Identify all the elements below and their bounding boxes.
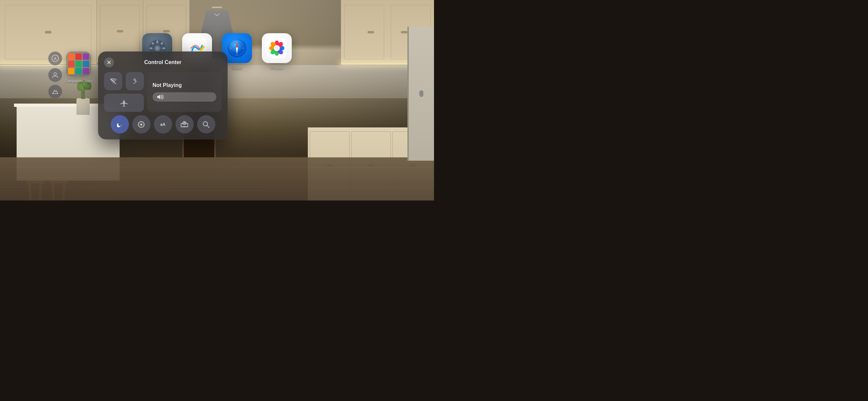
svg-text:A: A bbox=[54, 56, 57, 61]
floor bbox=[0, 157, 434, 201]
svg-point-43 bbox=[140, 124, 142, 126]
not-playing-text: Not Playing bbox=[153, 82, 216, 88]
photos-svg bbox=[267, 38, 287, 58]
svg-point-36 bbox=[54, 73, 57, 75]
mini-app-1 bbox=[68, 54, 74, 60]
control-center-header: Control Center bbox=[104, 58, 222, 67]
search-btn[interactable] bbox=[197, 115, 215, 133]
cc-left-col bbox=[104, 72, 144, 112]
apps-cluster[interactable] bbox=[66, 52, 91, 76]
svg-rect-6 bbox=[162, 47, 165, 49]
bluetooth-icon bbox=[131, 77, 139, 85]
now-playing-panel: Not Playing bbox=[147, 72, 222, 112]
cc-toggle-row bbox=[104, 72, 144, 90]
compatible-apps[interactable]: Compatible Apps bbox=[65, 52, 92, 83]
sidebar-environment-btn[interactable] bbox=[48, 85, 62, 99]
search-icon bbox=[203, 121, 210, 128]
dark-mode-btn[interactable] bbox=[111, 115, 129, 133]
volume-bar[interactable] bbox=[153, 92, 216, 102]
safari-label: Safari bbox=[231, 66, 242, 70]
compatible-apps-label: Compatible Apps bbox=[65, 79, 92, 83]
home-bar-chevron bbox=[212, 7, 222, 8]
mini-app-6 bbox=[83, 61, 89, 67]
control-center-title: Control Center bbox=[144, 59, 181, 65]
safari-svg bbox=[227, 38, 247, 58]
sidebar: A bbox=[48, 52, 62, 99]
airplay-icon bbox=[181, 121, 188, 128]
photos-icon[interactable] bbox=[262, 33, 292, 63]
mini-app-5 bbox=[75, 61, 82, 67]
audio-btn[interactable] bbox=[176, 115, 194, 133]
control-center-close-btn[interactable] bbox=[104, 58, 114, 67]
cc-bottom-row: aA bbox=[104, 115, 222, 133]
app-store-icon: A bbox=[52, 55, 59, 62]
close-x-icon bbox=[107, 60, 111, 64]
airplane-icon bbox=[120, 99, 128, 107]
text-size-label: aA bbox=[160, 122, 165, 127]
svg-marker-41 bbox=[157, 95, 160, 99]
mini-app-3 bbox=[83, 54, 89, 60]
airplane-mode-btn[interactable] bbox=[104, 94, 144, 112]
control-center-grid: Not Playing bbox=[104, 72, 222, 112]
mini-app-9 bbox=[83, 68, 89, 74]
mini-app-2 bbox=[75, 54, 82, 60]
svg-point-18 bbox=[236, 47, 238, 49]
bluetooth-toggle-btn[interactable] bbox=[126, 72, 144, 90]
control-center-panel: Control Center bbox=[98, 52, 228, 139]
door-right bbox=[407, 27, 434, 161]
svg-line-49 bbox=[207, 126, 209, 128]
moon-icon bbox=[116, 121, 123, 128]
svg-rect-3 bbox=[156, 40, 158, 43]
mini-app-8 bbox=[75, 68, 82, 74]
photos-app[interactable]: Photos bbox=[262, 33, 292, 70]
mini-app-4 bbox=[68, 61, 74, 67]
focus-icon bbox=[137, 121, 145, 128]
photos-label: Photos bbox=[271, 66, 283, 70]
mountain-icon bbox=[52, 88, 59, 95]
sidebar-user-btn[interactable] bbox=[48, 68, 62, 82]
sidebar-app-store-btn[interactable]: A bbox=[48, 52, 62, 65]
text-size-btn[interactable]: aA bbox=[154, 115, 172, 133]
wifi-off-icon bbox=[109, 77, 117, 85]
focus-btn[interactable] bbox=[132, 115, 151, 133]
svg-point-46 bbox=[184, 123, 185, 124]
svg-point-33 bbox=[275, 46, 279, 50]
mini-app-7 bbox=[68, 68, 74, 74]
svg-point-39 bbox=[113, 82, 114, 83]
volume-icon bbox=[157, 94, 164, 100]
svg-rect-5 bbox=[149, 47, 152, 49]
user-icon bbox=[52, 72, 59, 78]
wifi-toggle-btn[interactable] bbox=[104, 72, 122, 90]
